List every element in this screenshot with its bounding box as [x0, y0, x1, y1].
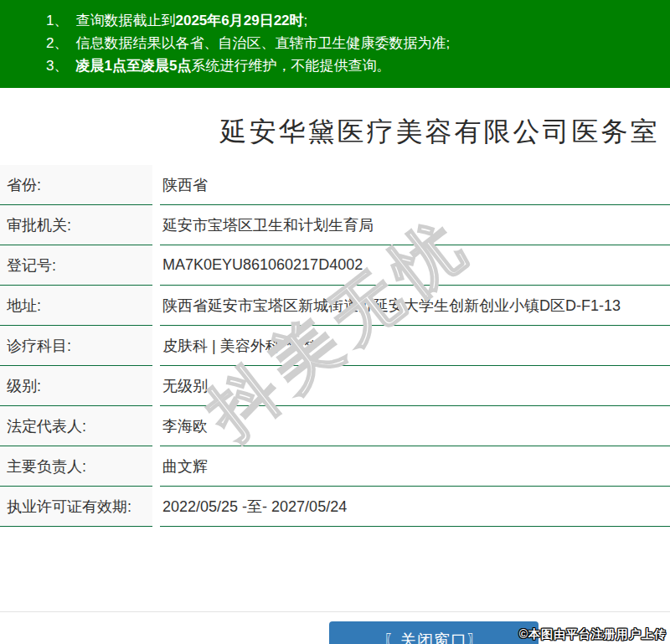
- table-row-level: 级别: 无级别: [0, 366, 670, 406]
- notice-line: 3、凌晨1点至凌晨5点系统进行维护，不能提供查询。: [46, 54, 662, 77]
- close-window-button[interactable]: 〖关闭窗口〗: [329, 621, 539, 644]
- field-label: 地址:: [0, 286, 152, 326]
- field-label: 级别:: [0, 366, 152, 406]
- table-row-license-validity: 执业许可证有效期: 2022/05/25 -至- 2027/05/24: [0, 487, 670, 527]
- notice-banner: 1、查询数据截止到2025年6月29日22时; 2、信息数据结果以各省、自治区、…: [0, 0, 670, 88]
- field-label: 登记号:: [0, 245, 152, 286]
- notice-number: 3、: [46, 58, 68, 74]
- field-label: 法定代表人:: [0, 406, 152, 446]
- field-value: 陕西省延安市宝塔区新城街道办延安大学生创新创业小镇D区D-F1-13: [160, 286, 670, 326]
- notice-text: 查询数据截止到: [75, 13, 175, 28]
- field-label: 审批机关:: [0, 205, 152, 245]
- notice-text-bold: 2025年6月29日22时: [175, 13, 303, 28]
- table-row-province: 省份: 陕西省: [0, 165, 670, 205]
- table-row-legal-representative: 法定代表人: 李海欧: [0, 406, 670, 446]
- notice-text-bold: 凌晨1点至凌晨5点: [75, 58, 191, 74]
- field-label: 省份:: [0, 165, 152, 205]
- field-value: 延安市宝塔区卫生和计划生育局: [160, 205, 670, 245]
- table-row-address: 地址: 陕西省延安市宝塔区新城街道办延安大学生创新创业小镇D区D-F1-13: [0, 286, 670, 326]
- institution-info-table: 省份: 陕西省 审批机关: 延安市宝塔区卫生和计划生育局 登记号: MA7K0E…: [0, 165, 670, 527]
- field-label: 主要负责人:: [0, 446, 152, 487]
- field-label: 执业许可证有效期:: [0, 487, 152, 527]
- notice-text: 系统进行维护，不能提供查询。: [191, 58, 390, 74]
- table-row-approval-authority: 审批机关: 延安市宝塔区卫生和计划生育局: [0, 205, 670, 245]
- notice-number: 1、: [46, 13, 68, 28]
- notice-number: 2、: [46, 35, 68, 51]
- page-title: 延安华黛医疗美容有限公司医务室: [105, 115, 670, 148]
- table-row-treatment-subjects: 诊疗科目: 皮肤科 | 美容外科******: [0, 326, 670, 366]
- field-value: 陕西省: [160, 165, 670, 205]
- field-value: MA7K0EYU861060217D4002: [160, 245, 670, 286]
- table-row-main-person-in-charge: 主要负责人: 曲文辉: [0, 446, 670, 487]
- field-label: 诊疗科目:: [0, 326, 152, 366]
- notice-line: 2、信息数据结果以各省、自治区、直辖市卫生健康委数据为准;: [46, 32, 662, 54]
- field-value: 李海欧: [160, 406, 670, 446]
- field-value: 皮肤科 | 美容外科******: [160, 326, 670, 366]
- table-row-registration-number: 登记号: MA7K0EYU861060217D4002: [0, 245, 670, 286]
- notice-line: 1、查询数据截止到2025年6月29日22时;: [46, 9, 662, 32]
- upload-note-watermark: ©本图由平台注册用户上传: [519, 627, 667, 642]
- field-value: 2022/05/25 -至- 2027/05/24: [160, 487, 670, 527]
- field-value: 曲文辉: [160, 446, 670, 487]
- notice-text: ;: [304, 13, 308, 28]
- notice-text: 信息数据结果以各省、自治区、直辖市卫生健康委数据为准;: [75, 35, 450, 51]
- field-value: 无级别: [160, 366, 670, 406]
